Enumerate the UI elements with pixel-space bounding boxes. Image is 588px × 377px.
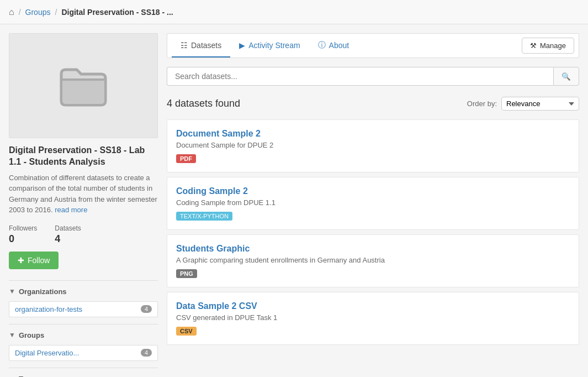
breadcrumb-sep-2: / [55, 8, 57, 17]
table-row: Document Sample 2 Document Sample for DP… [167, 119, 579, 172]
dataset-name-0[interactable]: Document Sample 2 [176, 129, 570, 139]
format-badge-2: PNG [176, 269, 197, 278]
dataset-name-3[interactable]: Data Sample 2 CSV [176, 301, 570, 311]
group-description: Combination of different datasets to cre… [9, 172, 158, 216]
group-title: Digital Preservation - SS18 - Lab 1.1 - … [9, 145, 158, 168]
stats-row: Followers 0 Datasets 4 [9, 224, 158, 245]
followers-stat: Followers 0 [9, 224, 37, 245]
wrench-icon: ⚒ [530, 41, 537, 50]
table-row: Coding Sample 2 Coding Sample from DPUE … [167, 177, 579, 230]
datasets-stat: Datasets 4 [55, 224, 81, 245]
dataset-desc-3: CSV generated in DPUE Task 1 [176, 313, 570, 322]
filter-icon-3: ▼ [9, 375, 15, 377]
organizations-section: ▼ Organizations organization-for-tests 4 [9, 280, 158, 317]
tab-datasets[interactable]: ☷ Datasets [172, 34, 230, 57]
order-by: Order by: Relevance Name Ascending Name … [467, 97, 579, 111]
tab-activity-stream[interactable]: ▶ Activity Stream [230, 34, 309, 57]
organization-item-0[interactable]: organization-for-tests 4 [9, 301, 158, 317]
search-icon: 🔍 [561, 72, 571, 81]
plus-icon: ✚ [18, 256, 24, 265]
table-row: Data Sample 2 CSV CSV generated in DPUE … [167, 292, 579, 345]
group-count: 4 [141, 349, 152, 357]
main-layout: Digital Preservation - SS18 - Lab 1.1 - … [0, 24, 588, 377]
order-select[interactable]: Relevance Name Ascending Name Descending… [501, 97, 579, 111]
dataset-desc-1: Coding Sample from DPUE 1.1 [176, 198, 570, 207]
results-count: 4 datasets found [167, 98, 240, 109]
groups-section: ▼ Groups Digital Preservatio... 4 [9, 324, 158, 361]
tags-title: ▼ Tags [9, 375, 158, 377]
search-bar: 🔍 [167, 67, 579, 86]
read-more-link[interactable]: read more [55, 206, 87, 214]
results-header: 4 datasets found Order by: Relevance Nam… [167, 97, 579, 111]
groups-title: ▼ Groups [9, 331, 158, 339]
tabs-bar: ☷ Datasets ▶ Activity Stream ⓘ About ⚒ M… [167, 33, 579, 58]
follow-label: Follow [28, 256, 50, 265]
sidebar: Digital Preservation - SS18 - Lab 1.1 - … [9, 33, 158, 377]
activity-tab-icon: ▶ [239, 41, 245, 50]
current-page-breadcrumb: Digital Preservation - SS18 - ... [61, 8, 173, 17]
group-item-0[interactable]: Digital Preservatio... 4 [9, 345, 158, 361]
followers-count: 0 [9, 233, 37, 245]
group-image [9, 33, 158, 138]
dataset-name-1[interactable]: Coding Sample 2 [176, 186, 570, 196]
dataset-desc-2: A Graphic comparing student enrollments … [176, 256, 570, 264]
organization-name: organization-for-tests [15, 305, 82, 313]
main-content: ☷ Datasets ▶ Activity Stream ⓘ About ⚒ M… [167, 33, 579, 377]
datasets-label: Datasets [55, 224, 81, 232]
groups-breadcrumb-link[interactable]: Groups [25, 8, 51, 17]
dataset-name-2[interactable]: Students Graphic [176, 244, 570, 254]
breadcrumb-sep-1: / [19, 8, 21, 17]
topbar: ⌂ / Groups / Digital Preservation - SS18… [0, 0, 588, 24]
folder-icon [56, 60, 111, 112]
order-by-label: Order by: [467, 100, 497, 108]
search-button[interactable]: 🔍 [553, 67, 579, 86]
organizations-title: ▼ Organizations [9, 287, 158, 296]
filter-icon: ▼ [9, 287, 15, 295]
home-icon[interactable]: ⌂ [9, 7, 14, 17]
follow-button[interactable]: ✚ Follow [9, 252, 59, 269]
datasets-tab-icon: ☷ [181, 41, 188, 50]
tab-about[interactable]: ⓘ About [309, 34, 358, 58]
dataset-list: Document Sample 2 Document Sample for DP… [167, 119, 579, 345]
organization-count: 4 [141, 305, 152, 313]
filter-icon-2: ▼ [9, 331, 15, 339]
search-input[interactable] [167, 67, 553, 86]
group-name: Digital Preservatio... [15, 349, 79, 357]
about-tab-icon: ⓘ [318, 40, 326, 50]
tags-section: ▼ Tags [9, 368, 158, 377]
table-row: Students Graphic A Graphic comparing stu… [167, 234, 579, 287]
format-badge-1: text/x-python [176, 212, 232, 221]
format-badge-3: CSV [176, 327, 197, 336]
dataset-desc-0: Document Sample for DPUE 2 [176, 141, 570, 149]
datasets-count: 4 [55, 233, 81, 245]
followers-label: Followers [9, 224, 37, 232]
format-badge-0: PDF [176, 154, 196, 163]
manage-button[interactable]: ⚒ Manage [522, 38, 574, 54]
